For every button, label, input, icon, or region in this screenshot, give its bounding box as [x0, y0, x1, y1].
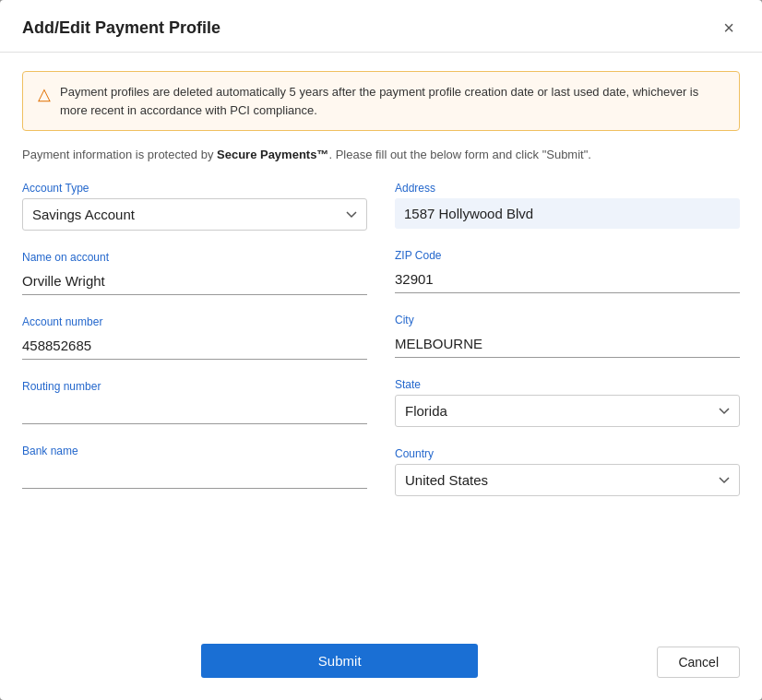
- account-type-label: Account Type: [22, 182, 367, 195]
- close-button[interactable]: ×: [718, 17, 740, 39]
- state-select[interactable]: Florida Alabama California New York Texa…: [395, 395, 740, 427]
- city-input[interactable]: [395, 330, 740, 358]
- account-number-label: Account number: [22, 315, 367, 328]
- account-type-group: Account Type Savings Account Checking Ac…: [22, 182, 367, 231]
- right-form-column: Address ZIP Code City S: [395, 182, 740, 516]
- submit-button[interactable]: Submit: [201, 644, 478, 678]
- warning-banner: △ Payment profiles are deleted automatic…: [22, 71, 740, 131]
- name-on-account-label: Name on account: [22, 251, 367, 264]
- country-group: Country United States Canada Mexico: [395, 447, 740, 496]
- bank-name-group: Bank name: [22, 445, 367, 489]
- country-label: Country: [395, 447, 740, 460]
- state-label: State: [395, 378, 740, 391]
- info-text: Payment information is protected by Secu…: [22, 148, 740, 161]
- bank-name-input[interactable]: [22, 461, 367, 489]
- country-select-wrapper: United States Canada Mexico: [395, 464, 740, 496]
- address-label: Address: [395, 182, 740, 195]
- modal-title: Add/Edit Payment Profile: [22, 18, 220, 38]
- account-number-input[interactable]: [22, 332, 367, 360]
- zip-code-input[interactable]: [395, 266, 740, 293]
- warning-text: Payment profiles are deleted automatical…: [60, 83, 724, 119]
- zip-code-group: ZIP Code: [395, 249, 740, 293]
- routing-number-group: Routing number: [22, 380, 367, 424]
- country-select[interactable]: United States Canada Mexico: [395, 464, 740, 496]
- cancel-button[interactable]: Cancel: [657, 647, 740, 678]
- modal-overlay: Add/Edit Payment Profile × △ Payment pro…: [0, 0, 762, 700]
- name-on-account-group: Name on account: [22, 251, 367, 295]
- payment-profile-modal: Add/Edit Payment Profile × △ Payment pro…: [0, 0, 762, 700]
- account-number-group: Account number: [22, 315, 367, 360]
- modal-header: Add/Edit Payment Profile ×: [0, 0, 762, 53]
- account-type-select[interactable]: Savings Account Checking Account: [22, 198, 367, 231]
- warning-icon: △: [38, 84, 51, 104]
- zip-code-label: ZIP Code: [395, 249, 740, 262]
- account-type-select-wrapper: Savings Account Checking Account: [22, 198, 367, 231]
- info-prefix: Payment information is protected by: [22, 148, 217, 161]
- address-group: Address: [395, 182, 740, 229]
- name-on-account-input[interactable]: [22, 267, 367, 295]
- info-brand: Secure Payments™: [217, 148, 328, 161]
- left-form-column: Account Type Savings Account Checking Ac…: [22, 182, 367, 516]
- submit-btn-area: Submit: [22, 644, 657, 678]
- routing-number-label: Routing number: [22, 380, 367, 393]
- bank-name-label: Bank name: [22, 445, 367, 457]
- city-label: City: [395, 314, 740, 326]
- city-group: City: [395, 314, 740, 358]
- modal-body: △ Payment profiles are deleted automatic…: [0, 53, 762, 635]
- info-suffix: . Please fill out the below form and cli…: [328, 148, 591, 161]
- state-group: State Florida Alabama California New Yor…: [395, 378, 740, 427]
- modal-footer: Submit Cancel: [0, 635, 762, 700]
- form-columns: Account Type Savings Account Checking Ac…: [22, 182, 740, 516]
- routing-number-input[interactable]: [22, 397, 367, 424]
- state-select-wrapper: Florida Alabama California New York Texa…: [395, 395, 740, 427]
- address-input[interactable]: [395, 198, 740, 229]
